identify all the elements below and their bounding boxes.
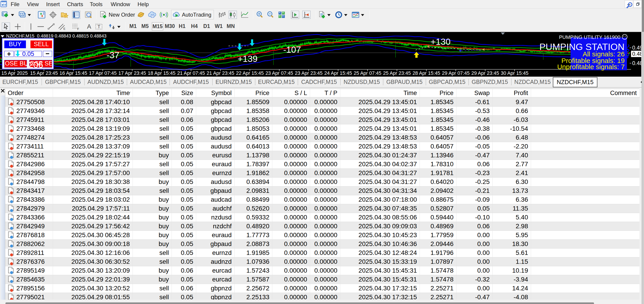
- chart-shift-icon[interactable]: [291, 11, 299, 19]
- strategy-tester-icon[interactable]: [84, 11, 92, 19]
- column-header-tp-7[interactable]: T / P: [310, 89, 340, 97]
- tab-gbpaud[interactable]: GBPAUD,M15: [383, 77, 426, 87]
- column-header-type-2[interactable]: Type: [132, 89, 172, 97]
- data-window-icon[interactable]: [49, 11, 57, 19]
- candle-chart-icon[interactable]: [229, 11, 237, 19]
- timeframe-d1[interactable]: D1: [202, 22, 212, 30]
- timeframe-h4[interactable]: H4: [189, 22, 199, 30]
- column-header-symbol-4[interactable]: Symbol: [196, 89, 234, 97]
- timeframe-h1[interactable]: H1: [177, 22, 187, 30]
- metaeditor-icon[interactable]: [137, 11, 145, 19]
- table-row-27844798[interactable]: 278447982025.04.29 18:30:38buy0.05audusd…: [5, 177, 640, 186]
- close-buy-button[interactable]: CLOSE BUY: [4, 60, 27, 68]
- menu-view[interactable]: View: [23, 0, 43, 8]
- profiles-dropdown-icon[interactable]: [28, 14, 31, 16]
- table-row-27843386[interactable]: 278433862025.04.29 18:03:02buy0.05audcad…: [5, 195, 640, 204]
- price-chart[interactable]: 15 Apr 202515 Apr 23:4516 Apr 15:4517 Ap…: [0, 32, 641, 77]
- terminal-icon[interactable]: [72, 11, 80, 19]
- scrollbar-thumb[interactable]: [6, 302, 594, 304]
- table-row-27855211[interactable]: 278552112025.04.29 22:15:19buy0.05eurusd…: [5, 151, 640, 160]
- table-row-27882062[interactable]: 278820622025.04.30 09:00:18buy0.05gbpaud…: [5, 240, 640, 248]
- table-row-27876818[interactable]: 278768182025.04.30 06:45:28buy0.05euraud…: [5, 230, 640, 240]
- table-row-27892811[interactable]: 278928112025.04.30 12:16:06sell0.05eurnz…: [5, 248, 640, 257]
- buy-button[interactable]: BUY: [4, 40, 26, 48]
- text-icon[interactable]: A: [85, 22, 94, 31]
- menu-tools[interactable]: Tools: [86, 0, 106, 8]
- shapes-icon[interactable]: [108, 22, 116, 31]
- zoom-out-icon[interactable]: [266, 11, 274, 19]
- hline-icon[interactable]: [36, 22, 45, 31]
- tab-cadchf[interactable]: CADCHF,M15: [298, 77, 340, 87]
- search-icon[interactable]: [626, 2, 633, 9]
- column-header-profit-11[interactable]: Profit: [492, 89, 531, 97]
- table-row-27895156[interactable]: 278951562025.04.30 13:20:52sell0.06gbpnz…: [5, 284, 640, 293]
- tab-gbpnzd[interactable]: GBPNZD,M15: [468, 77, 511, 87]
- autotrading-label[interactable]: AutoTrading: [182, 11, 212, 19]
- tab-audcad[interactable]: AUDCAD,M15: [127, 77, 170, 87]
- window-restore-button[interactable]: [633, 0, 642, 8]
- column-header-price-5[interactable]: Price: [234, 89, 272, 97]
- lot-decrease-button[interactable]: −: [43, 51, 52, 57]
- new-chart-icon[interactable]: [1, 11, 10, 19]
- sell-button[interactable]: SELL: [30, 40, 52, 48]
- table-row-27745911[interactable]: 277459112025.04.28 17:03:01sell0.06gbpca…: [5, 115, 640, 124]
- new-order-label[interactable]: New Order: [109, 11, 135, 19]
- zoom-in-icon[interactable]: [256, 11, 264, 19]
- tab-gbpchf[interactable]: GBPCHF,M15: [42, 77, 84, 87]
- market-watch-icon[interactable]: [38, 11, 46, 19]
- trendline-icon[interactable]: [47, 22, 55, 31]
- tile-windows-icon[interactable]: [278, 11, 286, 19]
- auto-scroll-icon[interactable]: [302, 11, 310, 19]
- cursor-icon[interactable]: [2, 22, 10, 31]
- tab-eurnzd[interactable]: EURNZD,M15: [212, 77, 255, 87]
- column-header-sl-6[interactable]: S / L: [272, 89, 310, 97]
- tab-gbpcad[interactable]: GBPCAD,M15: [426, 77, 468, 87]
- templates-icon[interactable]: [318, 11, 326, 19]
- timeframe-m15[interactable]: M15: [152, 22, 163, 30]
- table-row-27876376[interactable]: 278763762025.04.30 06:30:52sell0.05audnz…: [5, 257, 640, 266]
- table-row-27854635[interactable]: 278546352025.04.29 22:01:39buy0.05eurcad…: [5, 275, 640, 284]
- timeframe-m5[interactable]: M5: [140, 22, 150, 30]
- menu-charts[interactable]: Charts: [63, 0, 87, 8]
- table-row-27842986[interactable]: 278429862025.04.29 17:57:27sell0.05eurau…: [5, 160, 640, 168]
- crosshair-icon[interactable]: [14, 22, 22, 31]
- templates-dropdown-icon[interactable]: [327, 14, 330, 16]
- tab-audchf[interactable]: AUDCHF,M15: [170, 77, 212, 87]
- table-row-27749346[interactable]: 277493462025.04.28 17:32:14sell0.07gbpca…: [5, 106, 640, 115]
- timeframe-mn[interactable]: MN: [226, 22, 236, 30]
- timeframe-m1[interactable]: M1: [128, 22, 138, 30]
- lot-increase-button[interactable]: +: [4, 51, 14, 57]
- table-row-27842949[interactable]: 278429492025.04.29 17:56:42buy0.05nzdchf…: [5, 222, 640, 230]
- indicators-icon[interactable]: [352, 11, 360, 19]
- channel-icon[interactable]: E: [58, 22, 66, 31]
- profiles-icon[interactable]: [18, 11, 26, 19]
- autotrading-icon[interactable]: [172, 11, 180, 19]
- column-header-order-0[interactable]: Order: [5, 89, 53, 97]
- tab-eurchf[interactable]: EURCHF,M15: [0, 77, 42, 87]
- horizontal-scrollbar[interactable]: [0, 300, 642, 304]
- table-row-27733468[interactable]: 277334682025.04.28 13:19:09sell0.05gbpca…: [5, 124, 640, 133]
- column-header-time-1[interactable]: Time: [53, 89, 132, 97]
- column-header-time-8[interactable]: Time: [340, 89, 420, 97]
- navigator-icon[interactable]: [60, 11, 69, 19]
- period-icon[interactable]: [334, 11, 343, 19]
- indicators-dropdown-icon[interactable]: [361, 14, 364, 16]
- column-header-price-9[interactable]: Price: [420, 89, 456, 97]
- table-row-27843366[interactable]: 278433662025.04.29 18:02:44buy0.05nzdusd…: [5, 213, 640, 222]
- tab-nzdchf-active[interactable]: NZDCHF,M15: [553, 77, 598, 87]
- timeframe-m30[interactable]: M30: [164, 22, 176, 30]
- chart-collapse-icon[interactable]: [1, 35, 4, 38]
- arrows-shapes-dropdown-icon[interactable]: [117, 26, 120, 28]
- tab-nzdcad[interactable]: NZDCAD,M15: [511, 77, 554, 87]
- tab-audnzd[interactable]: AUDNZD,M15: [84, 77, 127, 87]
- textlabel-icon[interactable]: T: [95, 22, 103, 31]
- tab-nzdusd[interactable]: NZDUSD,M15: [340, 77, 383, 87]
- periods-dropdown-icon[interactable]: [344, 14, 347, 16]
- fibo-icon[interactable]: F: [72, 22, 80, 31]
- column-header-comment-12[interactable]: Comment: [531, 89, 640, 97]
- table-row-27734111[interactable]: 277341112025.04.28 13:37:09sell0.05audus…: [5, 142, 640, 151]
- menu-file[interactable]: File: [6, 0, 24, 8]
- table-row-27750508[interactable]: 277505082025.04.28 17:40:10sell0.08gbpca…: [5, 98, 640, 106]
- new-chart-dropdown-icon[interactable]: [11, 14, 14, 16]
- terminal-close-icon[interactable]: [0, 88, 6, 94]
